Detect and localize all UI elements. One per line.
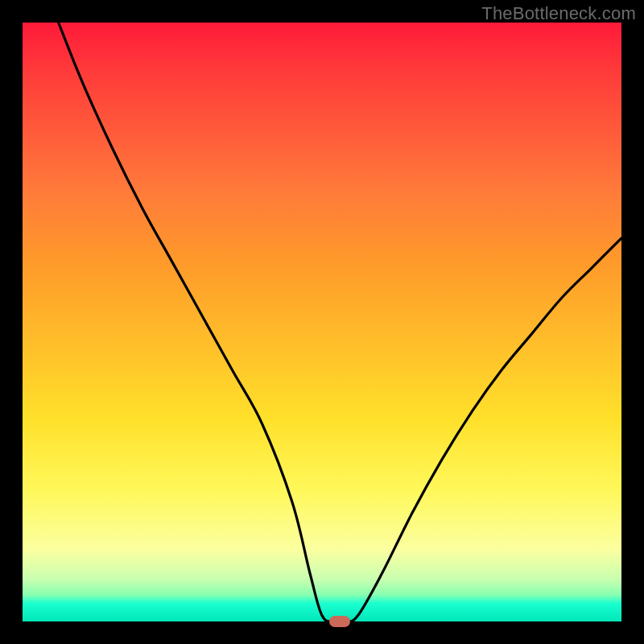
watermark-text: TheBottleneck.com [481, 3, 636, 24]
chart-frame: TheBottleneck.com [0, 0, 644, 644]
optimal-point-marker [329, 616, 350, 627]
bottleneck-curve [23, 23, 621, 621]
plot-area [23, 23, 621, 621]
